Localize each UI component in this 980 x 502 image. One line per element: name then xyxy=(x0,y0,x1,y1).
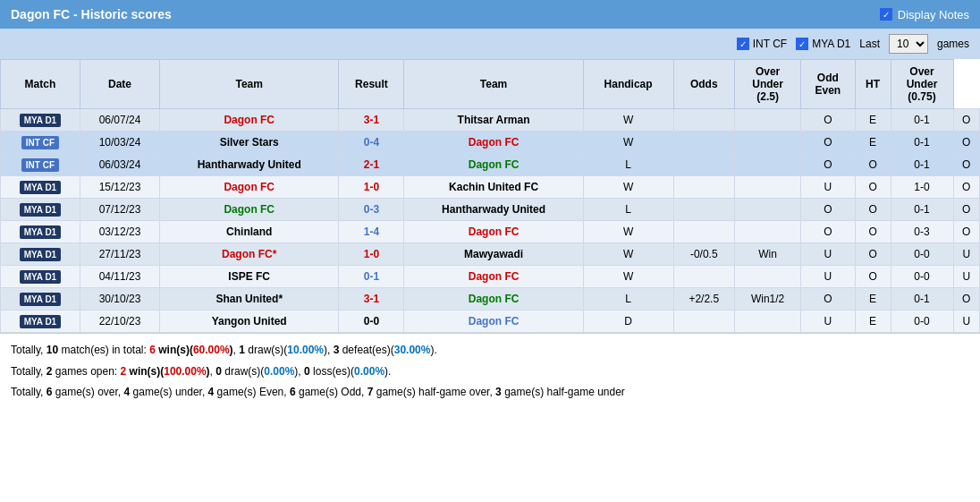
cell-result[interactable]: 0-4 xyxy=(339,132,404,154)
cell-ou075: U xyxy=(953,311,980,333)
cell-handicap xyxy=(673,132,734,154)
cell-oe: E xyxy=(855,132,891,154)
table-row: MYA D1 03/12/23 Chinland 1-4 Dagon FC W … xyxy=(1,221,980,243)
display-notes-area: ✓ Display Notes xyxy=(880,8,969,21)
match-badge: MYA D1 xyxy=(20,225,62,239)
cell-date: 06/03/24 xyxy=(80,154,159,176)
cell-team2[interactable]: Kachin United FC xyxy=(404,176,583,199)
cell-ht: 0-0 xyxy=(891,266,953,288)
cell-ou25: O xyxy=(801,154,855,176)
cell-result[interactable]: 0-1 xyxy=(339,266,404,288)
cell-team2[interactable]: Dagon FC xyxy=(404,311,583,333)
cell-result[interactable]: 1-0 xyxy=(339,176,404,199)
match-badge: MYA D1 xyxy=(20,315,62,328)
cell-result[interactable]: 3-1 xyxy=(339,109,404,132)
table-row: INT CF 06/03/24 Hantharwady United 2-1 D… xyxy=(1,154,980,176)
cell-date: 27/11/23 xyxy=(80,243,159,266)
cell-ht: 0-1 xyxy=(891,154,953,176)
cell-odds xyxy=(734,266,800,288)
cell-team1[interactable]: Dagon FC xyxy=(160,199,339,221)
cell-ou25: U xyxy=(801,311,855,333)
cell-handicap xyxy=(673,109,734,132)
cell-ht: 0-1 xyxy=(891,132,953,154)
int-cf-checkbox[interactable]: ✓ xyxy=(737,38,749,50)
mya-d1-filter[interactable]: ✓ MYA D1 xyxy=(796,38,850,50)
cell-team2[interactable]: Dagon FC xyxy=(404,154,583,176)
cell-result[interactable]: 0-3 xyxy=(339,199,404,221)
cell-team1[interactable]: Yangon United xyxy=(160,311,339,333)
cell-team2[interactable]: Dagon FC xyxy=(404,288,583,311)
cell-team1[interactable]: Dagon FC xyxy=(160,109,339,132)
int-cf-label: INT CF xyxy=(753,38,787,50)
cell-handicap xyxy=(673,199,734,221)
cell-ou075: O xyxy=(953,109,980,132)
cell-team1[interactable]: Dagon FC xyxy=(160,176,339,199)
cell-team2[interactable]: Hantharwady United xyxy=(404,199,583,221)
cell-oe: E xyxy=(855,311,891,333)
cell-team1[interactable]: Chinland xyxy=(160,221,339,243)
col-result: Result xyxy=(339,60,404,109)
cell-team2[interactable]: Mawyawadi xyxy=(404,243,583,266)
display-notes-checkbox[interactable]: ✓ xyxy=(880,8,892,21)
col-match: Match xyxy=(1,60,80,109)
table-row: INT CF 10/03/24 Silver Stars 0-4 Dagon F… xyxy=(1,132,980,154)
cell-date: 03/12/23 xyxy=(80,221,159,243)
cell-oe: E xyxy=(855,288,891,311)
col-team2: Team xyxy=(404,60,583,109)
cell-odds: Win xyxy=(734,243,800,266)
cell-ht: 0-3 xyxy=(891,221,953,243)
cell-ht: 0-0 xyxy=(891,311,953,333)
cell-outcome: W xyxy=(583,266,673,288)
match-badge: INT CF xyxy=(21,136,59,149)
match-badge: MYA D1 xyxy=(20,114,62,127)
cell-odds xyxy=(734,109,800,132)
cell-match: MYA D1 xyxy=(1,221,80,243)
cell-date: 06/07/24 xyxy=(80,109,159,132)
int-cf-filter[interactable]: ✓ INT CF xyxy=(737,38,787,50)
cell-team2[interactable]: Dagon FC xyxy=(404,266,583,288)
mya-d1-checkbox[interactable]: ✓ xyxy=(796,38,808,50)
scores-table: Match Date Team Result Team Handicap Odd… xyxy=(0,59,980,333)
cell-ou075: U xyxy=(953,266,980,288)
cell-team2[interactable]: Dagon FC xyxy=(404,132,583,154)
cell-result[interactable]: 3-1 xyxy=(339,288,404,311)
cell-oe: O xyxy=(855,266,891,288)
last-label: Last xyxy=(859,38,880,50)
col-date: Date xyxy=(80,60,159,109)
cell-outcome: W xyxy=(583,243,673,266)
cell-outcome: L xyxy=(583,288,673,311)
cell-team1[interactable]: Hantharwady United xyxy=(160,154,339,176)
cell-ou075: O xyxy=(953,221,980,243)
cell-team2[interactable]: Thitsar Arman xyxy=(404,109,583,132)
cell-team1[interactable]: Shan United* xyxy=(160,288,339,311)
cell-match: MYA D1 xyxy=(1,288,80,311)
cell-team2[interactable]: Dagon FC xyxy=(404,221,583,243)
cell-handicap xyxy=(673,311,734,333)
cell-date: 30/10/23 xyxy=(80,288,159,311)
cell-team1[interactable]: ISPE FC xyxy=(160,266,339,288)
cell-result[interactable]: 1-4 xyxy=(339,221,404,243)
cell-odds xyxy=(734,154,800,176)
match-badge: MYA D1 xyxy=(20,181,62,194)
cell-odds xyxy=(734,221,800,243)
cell-ou25: O xyxy=(801,288,855,311)
cell-result[interactable]: 1-0 xyxy=(339,243,404,266)
cell-outcome: L xyxy=(583,154,673,176)
cell-ht: 1-0 xyxy=(891,176,953,199)
cell-oe: O xyxy=(855,199,891,221)
cell-ht: 0-1 xyxy=(891,199,953,221)
games-select[interactable]: 10 20 30 xyxy=(889,34,928,54)
match-badge: MYA D1 xyxy=(20,293,62,306)
cell-team1[interactable]: Silver Stars xyxy=(160,132,339,154)
cell-odds xyxy=(734,176,800,199)
cell-ou075: O xyxy=(953,199,980,221)
cell-team1[interactable]: Dagon FC* xyxy=(160,243,339,266)
col-ou075: OverUnder(0.75) xyxy=(891,60,953,109)
summary-line1: Totally, 10 match(es) in total: 6 win(s)… xyxy=(11,341,969,361)
cell-result[interactable]: 2-1 xyxy=(339,154,404,176)
cell-handicap xyxy=(673,221,734,243)
cell-outcome: L xyxy=(583,199,673,221)
cell-result[interactable]: 0-0 xyxy=(339,311,404,333)
cell-date: 07/12/23 xyxy=(80,199,159,221)
cell-odds xyxy=(734,199,800,221)
